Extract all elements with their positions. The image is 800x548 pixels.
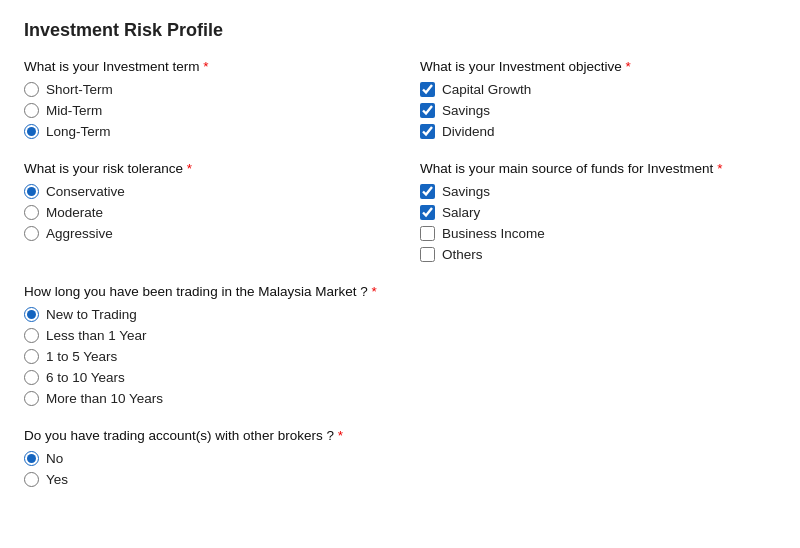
source-business[interactable]: Business Income	[420, 226, 776, 241]
objective-savings[interactable]: Savings	[420, 103, 776, 118]
other-brokers-label: Do you have trading account(s) with othe…	[24, 428, 776, 443]
investment-term-section: What is your Investment term * Short-Ter…	[24, 59, 380, 139]
other-brokers-section: Do you have trading account(s) with othe…	[24, 428, 776, 487]
risk-tolerance-label: What is your risk tolerance *	[24, 161, 380, 176]
risk-moderate[interactable]: Moderate	[24, 205, 380, 220]
investment-term-label: What is your Investment term *	[24, 59, 380, 74]
broker-yes[interactable]: Yes	[24, 472, 776, 487]
broker-no[interactable]: No	[24, 451, 776, 466]
investment-term-mid[interactable]: Mid-Term	[24, 103, 380, 118]
source-others[interactable]: Others	[420, 247, 776, 262]
duration-6to10[interactable]: 6 to 10 Years	[24, 370, 776, 385]
trading-duration-label: How long you have been trading in the Ma…	[24, 284, 776, 299]
objective-dividend[interactable]: Dividend	[420, 124, 776, 139]
duration-new[interactable]: New to Trading	[24, 307, 776, 322]
source-salary[interactable]: Salary	[420, 205, 776, 220]
risk-tolerance-section: What is your risk tolerance * Conservati…	[24, 161, 380, 241]
objective-capital-growth[interactable]: Capital Growth	[420, 82, 776, 97]
duration-less1[interactable]: Less than 1 Year	[24, 328, 776, 343]
investment-objective-label: What is your Investment objective *	[420, 59, 776, 74]
investment-term-long[interactable]: Long-Term	[24, 124, 380, 139]
duration-1to5[interactable]: 1 to 5 Years	[24, 349, 776, 364]
risk-conservative[interactable]: Conservative	[24, 184, 380, 199]
source-of-funds-label: What is your main source of funds for In…	[420, 161, 776, 176]
risk-aggressive[interactable]: Aggressive	[24, 226, 380, 241]
page-title: Investment Risk Profile	[24, 20, 776, 41]
investment-term-short[interactable]: Short-Term	[24, 82, 380, 97]
trading-duration-section: How long you have been trading in the Ma…	[24, 284, 776, 406]
investment-objective-section: What is your Investment objective * Capi…	[420, 59, 776, 139]
duration-more10[interactable]: More than 10 Years	[24, 391, 776, 406]
source-of-funds-section: What is your main source of funds for In…	[420, 161, 776, 262]
source-savings[interactable]: Savings	[420, 184, 776, 199]
